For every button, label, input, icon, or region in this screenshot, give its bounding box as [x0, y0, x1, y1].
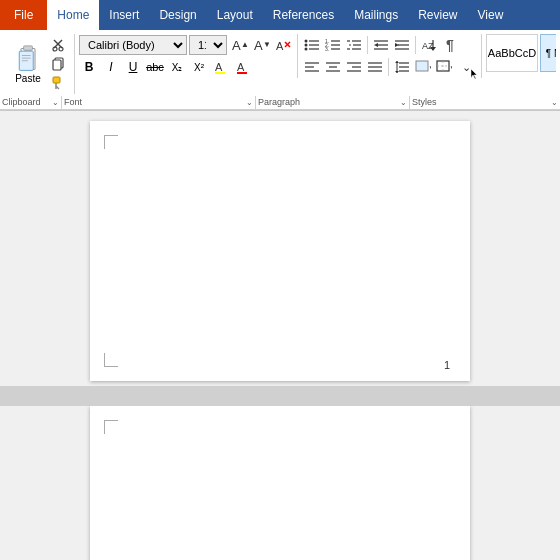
menu-file[interactable]: File — [0, 0, 47, 30]
font-group-label: Font — [64, 97, 82, 107]
font-shrink-button[interactable]: A ▼ — [251, 35, 271, 55]
font-expand-icon[interactable]: ⌄ — [246, 98, 253, 107]
bold-button[interactable]: B — [79, 57, 99, 77]
strikethrough-label: abc — [146, 61, 164, 73]
format-painter-icon — [52, 76, 66, 90]
sort-icon: AZ — [421, 38, 437, 52]
sort-button[interactable]: AZ — [419, 35, 439, 55]
italic-button[interactable]: I — [101, 57, 121, 77]
para-row2: ▼ ▼ ⌄ — [302, 56, 477, 78]
superscript-button[interactable]: X² — [189, 57, 209, 77]
svg-text:▼: ▼ — [263, 40, 269, 49]
menu-design[interactable]: Design — [149, 0, 206, 30]
styles-gallery: AaBbCcD ¶ Normal — [486, 34, 552, 72]
clipboard-group-label: Clipboard — [2, 97, 41, 107]
clear-formatting-button[interactable]: A — [273, 35, 293, 55]
align-left-icon — [304, 60, 320, 74]
menu-layout[interactable]: Layout — [207, 0, 263, 30]
paragraph-expand-icon[interactable]: ⌄ — [400, 98, 407, 107]
divider1 — [367, 36, 368, 54]
menu-mailings[interactable]: Mailings — [344, 0, 408, 30]
numbering-button[interactable]: 1. 2. 3. — [323, 35, 343, 55]
paragraph-expand-button[interactable]: ⌄ — [457, 57, 477, 77]
svg-text:A: A — [254, 38, 263, 53]
menu-references[interactable]: References — [263, 0, 344, 30]
font-size-select[interactable]: 11 — [189, 35, 227, 55]
svg-text:A: A — [237, 61, 245, 73]
menu-insert[interactable]: Insert — [99, 0, 149, 30]
text-highlight-button[interactable]: A — [211, 57, 231, 77]
svg-text:▲: ▲ — [241, 40, 247, 49]
cut-button[interactable] — [48, 36, 70, 54]
line-spacing-icon — [394, 60, 410, 74]
svg-rect-25 — [237, 72, 247, 74]
clear-format-icon: A — [275, 37, 291, 53]
increase-indent-button[interactable] — [392, 35, 412, 55]
paragraph-settings-icon: ⌄ — [459, 60, 475, 74]
svg-text:▼: ▼ — [449, 64, 452, 73]
paragraph-group: 1. 2. 3. — [298, 34, 482, 78]
increase-indent-icon — [394, 38, 410, 52]
style-heading-item[interactable]: ¶ Normal — [540, 34, 556, 72]
line-spacing-button[interactable] — [392, 57, 412, 77]
style-normal-item[interactable]: AaBbCcD — [486, 34, 538, 72]
paste-button[interactable]: Paste — [8, 36, 48, 92]
font-name-select[interactable]: Calibri (Body) — [79, 35, 187, 55]
document-area-2[interactable] — [0, 406, 560, 560]
align-center-button[interactable] — [323, 57, 343, 77]
numbering-icon: 1. 2. 3. — [325, 38, 341, 52]
style-normal-label: AaBbCcD — [488, 47, 536, 59]
multilevel-icon — [346, 38, 362, 52]
multilevel-list-button[interactable] — [344, 35, 364, 55]
format-painter-button[interactable] — [48, 74, 70, 92]
copy-button[interactable] — [48, 55, 70, 73]
clipboard-label-cell: Clipboard ⌄ — [0, 96, 62, 109]
paragraph-group-label: Paragraph — [258, 97, 300, 107]
superscript-label: X² — [194, 62, 204, 73]
menu-home[interactable]: Home — [47, 0, 99, 30]
copy-icon — [52, 57, 66, 71]
strikethrough-button[interactable]: abc — [145, 57, 165, 77]
page-2[interactable] — [90, 406, 470, 560]
styles-expand-icon[interactable]: ⌄ — [551, 98, 558, 107]
font-color-button[interactable]: A — [233, 57, 253, 77]
svg-text:▼: ▼ — [428, 64, 431, 73]
paragraph-expand-area: ⌄ — [457, 57, 477, 77]
align-right-button[interactable] — [344, 57, 364, 77]
clipboard-group: Paste — [4, 34, 75, 94]
menu-review[interactable]: Review — [408, 0, 467, 30]
font-grow-button[interactable]: A ▲ — [229, 35, 249, 55]
paste-label: Paste — [15, 73, 41, 84]
document-area[interactable]: 1 — [0, 111, 560, 386]
font-label-cell: Font ⌄ — [62, 96, 256, 109]
subscript-button[interactable]: X₂ — [167, 57, 187, 77]
ribbon: Paste — [0, 30, 560, 111]
svg-rect-73 — [416, 61, 428, 71]
show-marks-button[interactable]: ¶ — [440, 35, 460, 55]
align-left-button[interactable] — [302, 57, 322, 77]
decrease-indent-button[interactable] — [371, 35, 391, 55]
svg-text:A: A — [276, 40, 284, 52]
shading-button[interactable]: ▼ — [413, 57, 433, 77]
font-grow-icon: A ▲ — [231, 37, 247, 53]
font-group: Calibri (Body) 11 A ▲ A ▼ — [75, 34, 298, 78]
subscript-label: X₂ — [172, 62, 183, 73]
borders-button[interactable]: ▼ — [434, 57, 454, 77]
bullets-button[interactable] — [302, 35, 322, 55]
svg-text:A: A — [232, 38, 241, 53]
menu-view[interactable]: View — [468, 0, 514, 30]
svg-rect-1 — [24, 45, 33, 49]
page-divider — [0, 386, 560, 406]
font-row2: B I U abc X₂ X² A — [79, 56, 293, 78]
underline-button[interactable]: U — [123, 57, 143, 77]
svg-point-8 — [53, 47, 57, 51]
page-1[interactable]: 1 — [90, 121, 470, 381]
divider3 — [388, 58, 389, 76]
svg-point-30 — [305, 48, 308, 51]
group-labels-row: Clipboard ⌄ Font ⌄ Paragraph ⌄ Styles ⌄ — [0, 96, 560, 110]
paste-icon — [14, 45, 42, 73]
justify-button[interactable] — [365, 57, 385, 77]
highlight-icon: A — [213, 59, 229, 75]
clipboard-expand-icon[interactable]: ⌄ — [52, 98, 59, 107]
svg-rect-11 — [53, 60, 61, 70]
